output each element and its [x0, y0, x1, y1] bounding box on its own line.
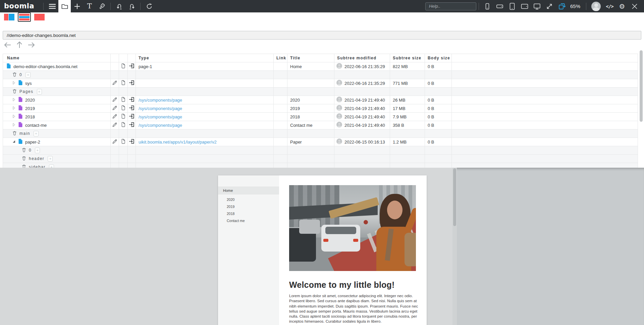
open-in-box-icon[interactable] [129, 122, 135, 128]
item-name-cell[interactable]: contact-me [3, 121, 111, 129]
pencil-icon[interactable] [112, 139, 117, 145]
help-input[interactable] [425, 2, 476, 10]
type-cell[interactable]: /sys/components/page [136, 96, 274, 104]
rotate-viewport-button[interactable] [556, 0, 568, 12]
column-header-body-size[interactable]: Body size [425, 54, 452, 62]
column-header-name[interactable]: Name [3, 54, 111, 62]
tree-scrollbar-thumb[interactable] [640, 50, 643, 122]
edit-cell[interactable] [111, 113, 119, 121]
edit-cell[interactable] [111, 146, 119, 155]
page-cell[interactable] [119, 79, 128, 88]
fullscreen-button[interactable] [543, 0, 556, 12]
site-nav-home[interactable]: Home [218, 186, 279, 195]
pencil-icon[interactable] [112, 114, 117, 120]
type-cell[interactable]: /sys/components/page [136, 104, 274, 113]
open-cell[interactable] [128, 155, 136, 163]
open-in-box-icon[interactable] [129, 63, 135, 69]
slot-name-cell[interactable]: main+ [3, 129, 111, 138]
open-in-box-icon[interactable] [129, 80, 135, 86]
address-bar-input[interactable] [3, 31, 641, 40]
site-nav-item[interactable]: Contact me [218, 217, 279, 224]
add-item-ghost-button[interactable]: + [48, 156, 53, 162]
page-icon[interactable] [121, 63, 126, 70]
type-cell[interactable]: uikit.boomla.net/apps/v1/layout/paper/v2 [136, 138, 274, 146]
item-name-cell[interactable]: paper-2 [3, 138, 111, 146]
boomla-logo[interactable]: boomla [0, 2, 41, 11]
edit-cell[interactable] [111, 129, 119, 138]
page-icon[interactable] [121, 105, 126, 112]
page-cell[interactable] [119, 113, 128, 121]
layout-split-rows-button[interactable] [18, 12, 31, 22]
column-header-link[interactable]: Link [274, 54, 287, 62]
page-cell[interactable] [119, 96, 128, 104]
expander-expanded-icon[interactable] [12, 140, 16, 145]
pencil-icon[interactable] [112, 97, 117, 103]
site-scrollbar-track[interactable] [452, 168, 457, 325]
expander-collapsed-icon[interactable] [12, 123, 16, 128]
page-icon[interactable] [121, 113, 126, 120]
item-name-cell[interactable]: 2018 [3, 113, 111, 121]
edit-cell[interactable] [111, 79, 119, 88]
add-item-ghost-button[interactable]: + [37, 89, 42, 95]
phone-landscape-button[interactable] [494, 0, 506, 12]
refresh-button[interactable] [143, 0, 155, 12]
column-header-subtree-modified[interactable]: Subtree modified [334, 54, 390, 62]
tablet-portrait-button[interactable] [506, 0, 519, 12]
open-cell[interactable] [128, 79, 136, 88]
close-button[interactable] [628, 0, 641, 12]
files-tab-button[interactable] [58, 0, 71, 12]
tablet-landscape-button[interactable] [519, 0, 531, 12]
open-cell[interactable] [128, 62, 136, 71]
expander-collapsed-icon[interactable] [12, 114, 16, 119]
item-name-cell[interactable]: demo-editor-changes.boomla.net [3, 62, 111, 71]
page-cell[interactable] [119, 129, 128, 138]
add-item-button[interactable] [71, 0, 83, 12]
open-in-box-icon[interactable] [129, 139, 135, 145]
site-nav-item[interactable]: 2018 [218, 210, 279, 217]
expander-collapsed-icon[interactable] [12, 106, 16, 111]
page-cell[interactable] [119, 62, 128, 71]
slot-name-cell[interactable]: 0+ [3, 71, 111, 79]
slot-name-cell[interactable]: 0+ [3, 146, 111, 155]
edit-cell[interactable] [111, 96, 119, 104]
layout-single-pane-button[interactable] [33, 12, 46, 22]
open-in-box-icon[interactable] [129, 114, 135, 120]
layout-split-columns-button[interactable] [3, 12, 16, 22]
page-cell[interactable] [119, 71, 128, 79]
edit-cell[interactable] [111, 121, 119, 129]
add-item-ghost-button[interactable]: + [25, 72, 31, 78]
page-cell[interactable] [119, 146, 128, 155]
expander-collapsed-icon[interactable] [12, 81, 16, 86]
page-cell[interactable] [119, 88, 128, 96]
open-cell[interactable] [128, 88, 136, 96]
site-nav-item[interactable]: 2020 [218, 196, 279, 203]
open-cell[interactable] [128, 96, 136, 104]
open-cell[interactable] [128, 71, 136, 79]
slot-name-cell[interactable]: header+ [3, 155, 111, 163]
edit-cell[interactable] [111, 155, 119, 163]
page-icon[interactable] [121, 139, 126, 145]
text-tool-button[interactable]: T [83, 0, 96, 12]
account-avatar[interactable] [591, 2, 601, 11]
add-item-ghost-button[interactable]: + [34, 131, 39, 137]
add-item-ghost-button[interactable]: + [35, 148, 40, 153]
pencil-icon[interactable] [112, 122, 117, 128]
redo-button[interactable] [125, 0, 138, 12]
slot-name-cell[interactable]: Pages+ [3, 88, 111, 96]
open-cell[interactable] [128, 138, 136, 146]
edit-cell[interactable] [111, 71, 119, 79]
site-nav-item[interactable]: 2019 [218, 203, 279, 210]
phone-portrait-button[interactable] [481, 0, 494, 12]
column-header-title[interactable]: Title [287, 54, 334, 62]
up-button[interactable] [15, 41, 24, 50]
item-name-cell[interactable]: 2020 [3, 96, 111, 104]
code-editor-button[interactable]: </> [603, 0, 616, 12]
open-cell[interactable] [128, 104, 136, 113]
pencil-icon[interactable] [112, 80, 117, 87]
page-icon[interactable] [121, 122, 126, 128]
expander-collapsed-icon[interactable] [12, 98, 16, 103]
page-icon[interactable] [121, 80, 126, 87]
forward-button[interactable] [27, 41, 36, 50]
zoom-level-label[interactable]: 65% [570, 3, 580, 9]
open-cell[interactable] [128, 146, 136, 155]
